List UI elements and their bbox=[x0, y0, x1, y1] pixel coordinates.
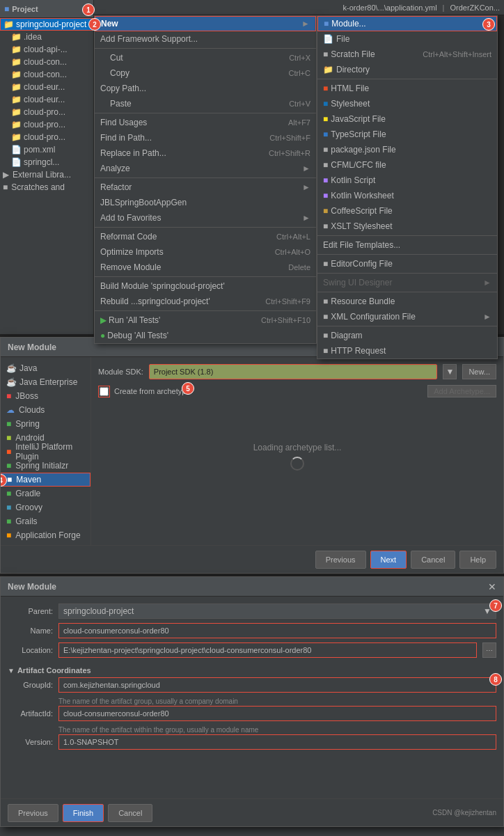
submenu-item-file[interactable]: 📄 File bbox=[317, 31, 497, 47]
location-browse-button[interactable]: ⋯ bbox=[482, 642, 496, 658]
menu-item-cut[interactable]: Cut Ctrl+X bbox=[95, 50, 316, 65]
submenu-item-diagram[interactable]: ■ Diagram bbox=[317, 328, 497, 343]
add-archetype-button[interactable]: Add Archetype... bbox=[427, 385, 496, 397]
left-item-maven[interactable]: ■ Maven 4 bbox=[1, 473, 90, 487]
menu-item-copy[interactable]: Copy Ctrl+C bbox=[95, 65, 316, 81]
artifactid-input[interactable] bbox=[58, 706, 496, 721]
submenu-item-editorconfig[interactable]: ■ EditorConfig File bbox=[317, 256, 497, 271]
favorites-arrow: ► bbox=[302, 213, 310, 223]
java-label: Java bbox=[19, 363, 37, 373]
tree-item[interactable]: 📁 cloud-eur... bbox=[0, 81, 93, 93]
menu-item-run[interactable]: ▶ Run 'All Tests' Ctrl+Shift+F10 bbox=[95, 313, 316, 328]
left-item-groovy[interactable]: ■ Groovy bbox=[1, 500, 90, 514]
name-input[interactable] bbox=[58, 623, 496, 638]
help-button[interactable]: Help bbox=[459, 551, 496, 569]
menu-item-remove-module[interactable]: Remove Module Delete bbox=[95, 260, 316, 275]
groupid-label: GroupId: bbox=[8, 681, 53, 689]
submenu-item-http[interactable]: ■ HTTP Request bbox=[317, 343, 497, 358]
left-item-jboss[interactable]: ■ JBoss bbox=[1, 389, 90, 403]
tree-item[interactable]: ▶ External Libra... bbox=[0, 168, 93, 181]
tree-item[interactable]: 📁 cloud-pro... bbox=[0, 106, 93, 118]
tree-item[interactable]: 📁 cloud-pro... bbox=[0, 118, 93, 131]
item-label4: cloud-con... bbox=[24, 70, 67, 79]
menu-item-add-framework[interactable]: Add Framework Support... bbox=[95, 31, 316, 47]
submenu-item-swing[interactable]: Swing UI Designer ► bbox=[317, 275, 497, 290]
tree-item[interactable]: 📁 cloud-con... bbox=[0, 56, 93, 68]
run-icon: ▶ bbox=[100, 315, 107, 325]
left-item-spring[interactable]: ■ Spring bbox=[1, 417, 90, 431]
left-item-java[interactable]: ☕ Java bbox=[1, 361, 90, 375]
submenu-item-package[interactable]: ■ package.json File bbox=[317, 142, 497, 157]
sdk-select[interactable]: Project SDK (1.8) bbox=[149, 364, 438, 379]
tree-item[interactable]: 📁 cloud-con... bbox=[0, 68, 93, 81]
refactor-label: Refactor bbox=[100, 182, 132, 192]
prev-button[interactable]: Previous bbox=[315, 551, 366, 569]
menu-item-optimize[interactable]: Optimize Imports Ctrl+Alt+O bbox=[95, 244, 316, 260]
tab1-label[interactable]: k-order80\...\application.yml bbox=[342, 3, 436, 12]
submenu-item-kotlin-script[interactable]: ■ Kotlin Script bbox=[317, 173, 497, 188]
tree-item[interactable]: 📄 springcl... bbox=[0, 156, 93, 168]
menu-item-rebuild[interactable]: Rebuild ...springcloud-project' Ctrl+Shi… bbox=[95, 294, 316, 309]
tree-item[interactable]: 📄 pom.xml bbox=[0, 143, 93, 156]
menu-item-build[interactable]: Build Module 'springcloud-project' bbox=[95, 278, 316, 294]
optimize-label: Optimize Imports bbox=[100, 247, 164, 257]
menu-item-favorites[interactable]: Add to Favorites ► bbox=[95, 210, 316, 226]
menu-item-refactor[interactable]: Refactor ► bbox=[95, 180, 316, 195]
sdk-dropdown-button[interactable]: ▼ bbox=[443, 364, 457, 379]
tree-item[interactable]: 📁 .idea bbox=[0, 31, 93, 43]
left-item-gradle[interactable]: ■ Gradle bbox=[1, 487, 90, 500]
section-toggle-icon[interactable]: ▼ bbox=[8, 667, 15, 675]
menu-item-find-in-path[interactable]: Find in Path... Ctrl+Shift+F bbox=[95, 130, 316, 145]
tab2-label[interactable]: OrderZKCon... bbox=[450, 3, 500, 12]
menu-item-jbl[interactable]: JBLSpringBootAppGen bbox=[95, 195, 316, 210]
checkbox-wrapper[interactable] bbox=[98, 386, 110, 397]
submenu-item-scratch[interactable]: ■ Scratch File Ctrl+Alt+Shift+Insert bbox=[317, 47, 497, 62]
submenu-item-edit-templates[interactable]: Edit File Templates... bbox=[317, 237, 497, 253]
tree-item[interactable]: 📁 cloud-api-... bbox=[0, 43, 93, 56]
panel-title: Project bbox=[12, 5, 38, 13]
menu-item-debug[interactable]: ● Debug 'All Tests' bbox=[95, 328, 316, 343]
dialog-2-close-icon[interactable]: ✕ bbox=[488, 581, 496, 592]
groupid-input[interactable] bbox=[58, 677, 496, 693]
submenu-item-ts[interactable]: ■ TypeScript File bbox=[317, 127, 497, 142]
sdk-new-button[interactable]: New... bbox=[462, 364, 496, 379]
menu-item-new[interactable]: New ► 2 bbox=[95, 16, 316, 31]
tree-item[interactable]: 📁 cloud-eur... bbox=[0, 93, 93, 106]
menu-item-paste[interactable]: Paste Ctrl+V bbox=[95, 96, 316, 111]
submenu-item-js[interactable]: ■ JavaScript File bbox=[317, 111, 497, 127]
menu-item-copy-path[interactable]: Copy Path... bbox=[95, 81, 316, 96]
dialog-2-footer: Previous Finish Cancel CSDN @kejizhentan bbox=[1, 798, 503, 826]
submenu-item-kotlin-ws[interactable]: ■ Kotlin Worksheet bbox=[317, 188, 497, 203]
create-archetype-checkbox[interactable] bbox=[100, 387, 109, 396]
cancel2-button[interactable]: Cancel bbox=[108, 804, 152, 822]
cancel-button[interactable]: Cancel bbox=[411, 551, 455, 569]
submenu-item-html[interactable]: ■ HTML File bbox=[317, 81, 497, 96]
submenu-item-resource[interactable]: ■ Resource Bundle bbox=[317, 294, 497, 309]
left-item-clouds[interactable]: ☁ Clouds bbox=[1, 403, 90, 417]
left-item-intellij-plugin[interactable]: ■ IntelliJ Platform Plugin bbox=[1, 445, 90, 459]
left-item-kotlin[interactable]: ■ Kotlin bbox=[1, 542, 90, 545]
left-item-grails[interactable]: ■ Grails bbox=[1, 514, 90, 528]
project-selected-item[interactable]: 📁 springcloud-project bbox=[0, 18, 93, 31]
location-input[interactable] bbox=[58, 642, 477, 658]
submenu-item-module[interactable]: ■ Module... 3 bbox=[317, 16, 497, 31]
submenu-item-xslt[interactable]: ■ XSLT Stylesheet bbox=[317, 219, 497, 234]
submenu-item-css[interactable]: ■ Stylesheet bbox=[317, 96, 497, 111]
finish-button[interactable]: Finish bbox=[63, 804, 104, 822]
left-item-appforge[interactable]: ■ Application Forge bbox=[1, 528, 90, 542]
next-button[interactable]: Next bbox=[370, 551, 407, 569]
tree-item[interactable]: 📁 cloud-pro... bbox=[0, 131, 93, 143]
prev2-button[interactable]: Previous bbox=[8, 804, 58, 822]
tree-item[interactable]: ■ Scratches and bbox=[0, 181, 93, 194]
version-input[interactable] bbox=[58, 734, 496, 750]
submenu-item-dir[interactable]: 📁 Directory bbox=[317, 62, 497, 77]
menu-item-find-usages[interactable]: Find Usages Alt+F7 bbox=[95, 115, 316, 130]
submenu-item-cfml[interactable]: ■ CFML/CFC file bbox=[317, 157, 497, 173]
menu-item-replace-in-path[interactable]: Replace in Path... Ctrl+Shift+R bbox=[95, 145, 316, 161]
submenu-item-xml[interactable]: ■ XML Configuration File ► bbox=[317, 309, 497, 324]
parent-select[interactable]: springcloud-project ▼ bbox=[58, 604, 496, 619]
submenu-item-coffee[interactable]: ■ CoffeeScript File bbox=[317, 203, 497, 219]
menu-item-reformat[interactable]: Reformat Code Ctrl+Alt+L bbox=[95, 229, 316, 244]
menu-item-analyze[interactable]: Analyze ► bbox=[95, 161, 316, 176]
left-item-java-ee[interactable]: ☕ Java Enterprise bbox=[1, 375, 90, 389]
